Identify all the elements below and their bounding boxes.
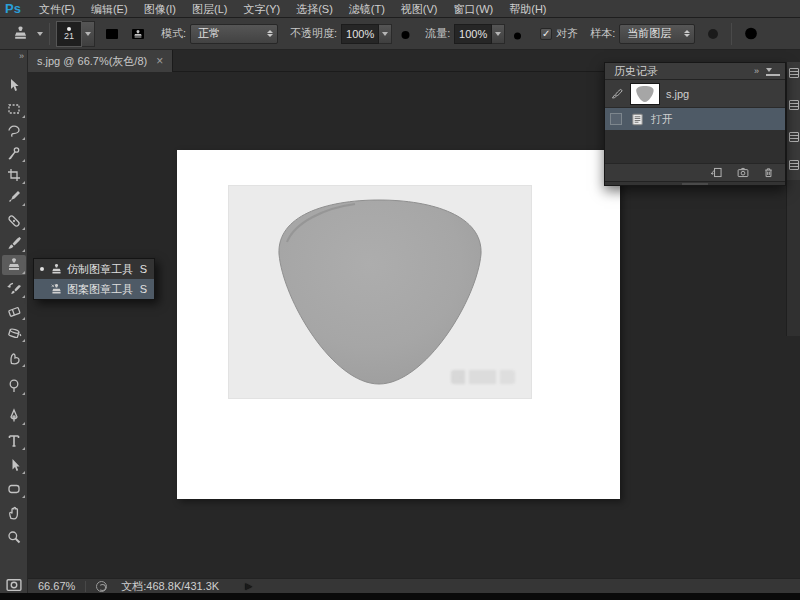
status-bar: 66.67% 文档:468.8K/431.3K ▶ (28, 578, 800, 593)
mode-value: 正常 (198, 26, 220, 41)
ignore-adjustment-layers-icon[interactable] (705, 26, 721, 42)
gradient-tool[interactable] (2, 323, 26, 343)
flow-caret[interactable] (492, 24, 505, 44)
shape-tool[interactable] (2, 479, 26, 499)
tab-close-icon[interactable]: × (156, 55, 163, 67)
flyout-item-clone-stamp[interactable]: 仿制图章工具 S (34, 259, 154, 279)
eraser-tool[interactable] (2, 301, 26, 321)
history-state-icon (630, 112, 645, 127)
history-panel-title: 历史记录 (610, 64, 662, 79)
document-canvas[interactable] (177, 150, 620, 499)
sample-dropdown[interactable]: 当前图层 (619, 24, 695, 44)
screen-mode-button[interactable] (2, 574, 26, 594)
align-checkbox[interactable]: ✓ (540, 28, 552, 40)
menu-type[interactable]: 文字(Y) (235, 0, 288, 18)
status-doc-info[interactable]: 文档:468.8K/431.3K (121, 579, 219, 594)
smudge-tool[interactable] (2, 348, 26, 368)
history-state-row-open[interactable]: 打开 (605, 107, 785, 130)
flow-value: 100% (459, 28, 487, 40)
history-state-label: 打开 (651, 112, 673, 127)
new-snapshot-camera-icon[interactable] (736, 166, 750, 179)
align-checkbox-group[interactable]: ✓ 对齐 (540, 26, 578, 41)
panel-menu-icon[interactable] (766, 67, 780, 76)
toggle-clone-source-panel-icon[interactable] (129, 26, 147, 42)
dock-panel-icon-4[interactable] (789, 160, 799, 170)
opacity-label: 不透明度: (290, 26, 337, 41)
dock-panel-icon-1[interactable] (789, 68, 799, 78)
dropdown-arrows-icon (259, 30, 273, 37)
photo-image[interactable] (228, 185, 532, 399)
brush-picker-caret[interactable] (82, 21, 95, 47)
collapsed-panel-dock-lower (786, 180, 800, 336)
brush-preview: 21 (56, 21, 82, 47)
dock-panel-icon-3[interactable] (789, 132, 799, 142)
window-bottom-strip (0, 593, 800, 600)
status-flyout-arrow-icon[interactable]: ▶ (245, 581, 252, 591)
preset-caret-icon (37, 32, 43, 36)
healing-brush-tool[interactable] (2, 211, 26, 231)
lasso-tool[interactable] (2, 121, 26, 141)
eyedropper-tool[interactable] (2, 187, 26, 207)
mode-dropdown[interactable]: 正常 (190, 24, 278, 44)
menu-view[interactable]: 视图(V) (393, 0, 446, 18)
separator (49, 23, 50, 45)
collapse-tools-icon[interactable]: » (19, 51, 24, 61)
menu-select[interactable]: 选择(S) (288, 0, 341, 18)
snapshot-label: s.jpg (666, 88, 689, 100)
flyout-item-pattern-stamp[interactable]: 图案图章工具 S (34, 279, 154, 299)
flow-field[interactable]: 100% (454, 24, 492, 44)
flyout-item-shortcut: S (140, 263, 150, 275)
zoom-tool[interactable] (2, 527, 26, 547)
status-zoom-level[interactable]: 66.67% (38, 580, 75, 592)
panel-collapse-icon[interactable]: » (754, 66, 759, 76)
menu-edit[interactable]: 编辑(E) (83, 0, 136, 18)
menu-image[interactable]: 图像(I) (136, 0, 184, 18)
menu-help[interactable]: 帮助(H) (501, 0, 554, 18)
pen-tool[interactable] (2, 406, 26, 426)
brush-tip-dot (67, 27, 71, 31)
size-pressure-icon[interactable] (742, 25, 760, 42)
dodge-tool[interactable] (2, 376, 26, 396)
quick-selection-tool[interactable] (2, 143, 26, 163)
new-document-from-state-icon[interactable] (710, 166, 724, 179)
sample-label: 样本: (590, 26, 615, 41)
collapsed-panel-dock (786, 62, 800, 180)
brush-preset-picker[interactable]: 21 (56, 21, 95, 47)
flyout-item-shortcut: S (140, 283, 150, 295)
crop-tool[interactable] (2, 165, 26, 185)
document-tab[interactable]: s.jpg @ 66.7%(灰色/8) × (28, 50, 173, 72)
history-panel-footer (605, 163, 785, 181)
document-tab-title: s.jpg @ 66.7%(灰色/8) (37, 54, 147, 69)
path-selection-tool[interactable] (2, 455, 26, 475)
dock-panel-icon-2[interactable] (789, 100, 799, 110)
tool-options-bar: 21 模式: 正常 不透明度: 100% 流量: 100% ✓ 对齐 样本: 当… (0, 18, 800, 50)
marquee-tool[interactable] (2, 99, 26, 119)
clone-stamp-tool[interactable] (2, 255, 26, 275)
menu-bar: Ps 文件(F) 编辑(E) 图像(I) 图层(L) 文字(Y) 选择(S) 滤… (0, 0, 800, 18)
airbrush-icon[interactable] (511, 26, 528, 42)
type-tool[interactable] (2, 431, 26, 451)
move-tool[interactable] (2, 76, 26, 96)
history-source-checkbox[interactable] (610, 113, 622, 125)
menu-file[interactable]: 文件(F) (31, 0, 83, 18)
hand-tool[interactable] (2, 503, 26, 523)
photoshop-logo: Ps (0, 1, 31, 16)
opacity-caret[interactable] (379, 24, 392, 44)
toggle-brush-panel-icon[interactable] (103, 26, 121, 42)
delete-state-trash-icon[interactable] (762, 166, 775, 179)
history-snapshot-row[interactable]: s.jpg (605, 80, 785, 107)
panel-resize-grip[interactable] (605, 181, 785, 185)
menu-window[interactable]: 窗口(W) (446, 0, 502, 18)
opacity-pressure-icon[interactable] (398, 26, 415, 42)
watermark (451, 370, 515, 384)
tool-preset-picker[interactable] (8, 25, 43, 42)
menu-filter[interactable]: 滤镜(T) (341, 0, 393, 18)
menu-layer[interactable]: 图层(L) (184, 0, 235, 18)
history-brush-source-icon[interactable] (608, 87, 624, 100)
history-brush-tool[interactable] (2, 279, 26, 299)
opacity-field[interactable]: 100% (341, 24, 379, 44)
tools-panel: » (0, 50, 28, 593)
clone-stamp-icon (50, 263, 63, 276)
brush-tool[interactable] (2, 233, 26, 253)
history-panel-header[interactable]: 历史记录 » (605, 63, 785, 80)
